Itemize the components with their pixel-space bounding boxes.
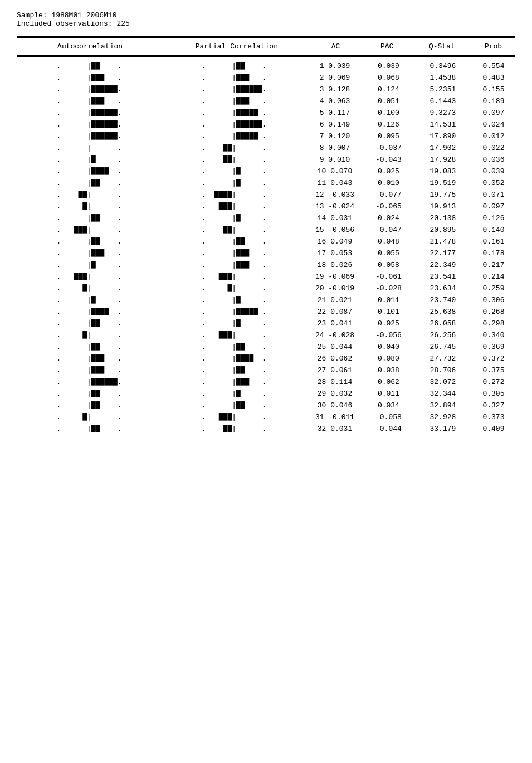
prob-value: 0.305 xyxy=(472,388,515,400)
ac-bar-cell: . | . xyxy=(17,142,162,154)
pc-bar-cell: . |█ . xyxy=(162,294,306,306)
ac-bar-cell: . |███ . xyxy=(17,72,162,84)
prob-value: 0.126 xyxy=(472,212,515,224)
pc-bar-cell: . |███ . xyxy=(162,247,306,259)
ac-value: 16 0.049 xyxy=(306,236,363,247)
pc-bar-cell: . |█████ . xyxy=(162,107,306,119)
qstat-value: 1.4538 xyxy=(414,72,472,84)
pc-bar-cell: . █| . xyxy=(162,283,306,294)
ac-bar-cell: . |█ . xyxy=(17,154,162,166)
qstat-value: 26.058 xyxy=(414,318,472,329)
ac-bar-cell: . |██████. xyxy=(17,107,162,119)
qstat-value: 33.179 xyxy=(414,423,472,435)
ac-bar-cell: . |███ . xyxy=(17,365,162,376)
table-row: . |██████.. |█████ .5 0.1170.1009.32730.… xyxy=(17,107,515,119)
table-row: . █| .. ███| .24 -0.028-0.05626.2560.340 xyxy=(17,329,515,341)
ac-bar-cell: . ███| . xyxy=(17,224,162,236)
ac-bar-cell: . |██████. xyxy=(17,376,162,388)
column-header-row: Autocorrelation Partial Correlation AC P… xyxy=(17,38,515,55)
prob-value: 0.259 xyxy=(472,283,515,294)
qstat-value: 22.177 xyxy=(414,247,472,259)
ac-value: 32 0.031 xyxy=(306,423,363,435)
ac-value: 15 -0.056 xyxy=(306,224,363,236)
prob-value: 0.375 xyxy=(472,365,515,376)
prob-value: 0.373 xyxy=(472,411,515,423)
prob-value: 0.554 xyxy=(472,60,515,72)
pac-value: 0.025 xyxy=(363,318,414,329)
pac-value: 0.048 xyxy=(363,236,414,247)
ac-bar-cell: . |██ . xyxy=(17,388,162,400)
pc-bar-cell: . ███| . xyxy=(162,411,306,423)
ac-value: 23 0.041 xyxy=(306,318,363,329)
ac-bar-cell: . |██ . xyxy=(17,318,162,329)
ac-bar-cell: . █| . xyxy=(17,283,162,294)
pac-value: 0.039 xyxy=(363,60,414,72)
pc-bar-cell: . |███ . xyxy=(162,259,306,271)
table-row: . █| .. ███| .13 -0.024-0.06519.9130.097 xyxy=(17,201,515,212)
prob-value: 0.189 xyxy=(472,95,515,107)
qstat-value: 17.928 xyxy=(414,154,472,166)
prob-value: 0.022 xyxy=(472,142,515,154)
prob-value: 0.178 xyxy=(472,247,515,259)
pac-value: -0.061 xyxy=(363,271,414,283)
ac-bar-cell: . |██████. xyxy=(17,84,162,95)
ac-value: 7 0.120 xyxy=(306,130,363,142)
table-row: . |██ .. |██ .1 0.0390.0390.34960.554 xyxy=(17,60,515,72)
pc-bar-cell: . |█ . xyxy=(162,212,306,224)
table-row: . |███ .. |██ .27 0.0610.03828.7060.375 xyxy=(17,365,515,376)
pac-value: 0.095 xyxy=(363,130,414,142)
th-partial-correlation: Partial Correlation xyxy=(163,38,310,55)
ac-value: 28 0.114 xyxy=(306,376,363,388)
prob-value: 0.155 xyxy=(472,84,515,95)
qstat-value: 5.2351 xyxy=(414,84,472,95)
prob-value: 0.012 xyxy=(472,130,515,142)
table-row: . |████ .. |█ .10 0.0700.02519.0830.039 xyxy=(17,166,515,177)
th-qstat: Q-Stat xyxy=(413,38,471,55)
pac-value: 0.011 xyxy=(363,388,414,400)
ac-value: 30 0.046 xyxy=(306,400,363,411)
table-row: . |██████.. |█████ .7 0.1200.09517.8900.… xyxy=(17,130,515,142)
table-row: . |███ .. |███ .17 0.0530.05522.1770.178 xyxy=(17,247,515,259)
ac-value: 20 -0.019 xyxy=(306,283,363,294)
prob-value: 0.071 xyxy=(472,189,515,201)
ac-bar-cell: . |████ . xyxy=(17,306,162,318)
table-row: . |██ .. |█ .14 0.0310.02420.1380.126 xyxy=(17,212,515,224)
ac-bar-cell: . █| . xyxy=(17,201,162,212)
pc-bar-cell: . |█ . xyxy=(162,177,306,189)
ac-value: 22 0.087 xyxy=(306,306,363,318)
pac-value: 0.101 xyxy=(363,306,414,318)
table-row: . |██ .. |█ .11 0.0430.01019.5190.052 xyxy=(17,177,515,189)
ac-value: 11 0.043 xyxy=(306,177,363,189)
pac-value: 0.126 xyxy=(363,119,414,130)
ac-bar-cell: . |██████. xyxy=(17,130,162,142)
table-row: . |██████.. |██████.6 0.1490.12614.5310.… xyxy=(17,119,515,130)
pc-bar-cell: . |███ . xyxy=(162,72,306,84)
qstat-value: 17.902 xyxy=(414,142,472,154)
prob-value: 0.369 xyxy=(472,341,515,353)
ac-bar-cell: . ███| . xyxy=(17,271,162,283)
qstat-value: 6.1443 xyxy=(414,95,472,107)
table-row: . █| .. ███| .31 -0.011-0.05832.9280.373 xyxy=(17,411,515,423)
prob-value: 0.039 xyxy=(472,166,515,177)
pc-bar-cell: . ██| . xyxy=(162,142,306,154)
prob-value: 0.272 xyxy=(472,376,515,388)
qstat-value: 17.890 xyxy=(414,130,472,142)
ac-value: 1 0.039 xyxy=(306,60,363,72)
pc-bar-cell: . ██| . xyxy=(162,154,306,166)
prob-value: 0.097 xyxy=(472,201,515,212)
pac-value: 0.025 xyxy=(363,166,414,177)
pac-value: -0.047 xyxy=(363,224,414,236)
pc-bar-cell: . |█ . xyxy=(162,166,306,177)
pc-bar-cell: . ███| . xyxy=(162,201,306,212)
th-autocorrelation: Autocorrelation xyxy=(17,38,163,55)
prob-value: 0.340 xyxy=(472,329,515,341)
prob-value: 0.372 xyxy=(472,353,515,365)
ac-value: 13 -0.024 xyxy=(306,201,363,212)
ac-value: 19 -0.069 xyxy=(306,271,363,283)
qstat-value: 19.083 xyxy=(414,166,472,177)
ac-bar-cell: . |██ . xyxy=(17,212,162,224)
correlogram-table: Autocorrelation Partial Correlation AC P… xyxy=(17,38,515,55)
pac-value: -0.056 xyxy=(363,329,414,341)
qstat-value: 20.895 xyxy=(414,224,472,236)
ac-value: 31 -0.011 xyxy=(306,411,363,423)
